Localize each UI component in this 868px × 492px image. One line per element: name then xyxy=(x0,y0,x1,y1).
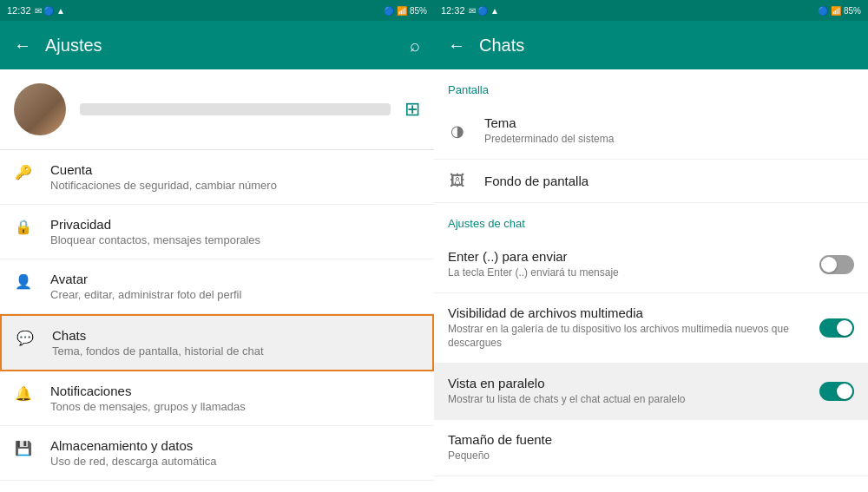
ajustes-chat-section-label: Ajustes de chat xyxy=(434,203,868,237)
left-panel: 12:32 ✉ 🔵 ▲ 🔵 📶 85% ← Ajustes ⌕ ⊞ 🔑 Cuen… xyxy=(0,0,434,492)
visibilidad-multimedia-title: Visibilidad de archivos multimedia xyxy=(448,305,802,320)
bell-icon: 🔔 xyxy=(14,385,33,402)
left-status-icons: ✉ 🔵 ▲ xyxy=(35,6,65,16)
right-status-icons: ✉ 🔵 ▲ xyxy=(469,6,499,16)
tamaño-fuente-subtitle: Pequeño xyxy=(448,449,854,463)
right-status-right: 🔵 📶 85% xyxy=(818,6,861,16)
menu-item[interactable]: 🔒 Privacidad Bloquear contactos, mensaje… xyxy=(0,205,434,259)
tamaño-fuente-item[interactable]: Tamaño de fuente Pequeño xyxy=(434,420,868,476)
menu-item[interactable]: 💾 Almacenamiento y datos Uso de red, des… xyxy=(0,426,434,481)
left-status-bar: 12:32 ✉ 🔵 ▲ 🔵 📶 85% xyxy=(0,0,434,21)
menu-item[interactable]: 👤 Avatar Crear, editar, administrar foto… xyxy=(0,259,434,314)
storage-icon: 💾 xyxy=(14,440,33,456)
left-search-button[interactable]: ⌕ xyxy=(410,36,420,56)
tema-item[interactable]: ◑ Tema Predeterminado del sistema xyxy=(434,103,868,160)
almacenamiento-title: Almacenamiento y datos xyxy=(50,438,420,453)
right-time: 12:32 xyxy=(441,5,465,16)
menu-item[interactable]: 🌐 Idioma de la aplicación Español (idiom… xyxy=(0,481,434,492)
avatar-icon: 👤 xyxy=(14,273,33,290)
vista-paralelo-toggle-knob xyxy=(837,384,852,399)
right-back-button[interactable]: ← xyxy=(448,36,465,56)
avatar xyxy=(14,83,66,135)
fondo-icon: 🖼 xyxy=(448,172,467,190)
menu-item[interactable]: 🔔 Notificaciones Tonos de mensajes, grup… xyxy=(0,371,434,426)
enter-enviar-subtitle: La tecla Enter (..) enviará tu mensaje xyxy=(448,266,802,280)
right-panel: 12:32 ✉ 🔵 ▲ 🔵 📶 85% ← Chats Pantalla ◑ T… xyxy=(434,0,868,492)
visibilidad-multimedia-toggle[interactable] xyxy=(819,318,854,338)
tema-icon: ◑ xyxy=(448,121,467,141)
left-status-right: 🔵 📶 85% xyxy=(384,6,427,16)
lock-icon: 🔒 xyxy=(14,219,33,235)
vista-paralelo-item[interactable]: Vista en paralelo Mostrar tu lista de ch… xyxy=(434,364,868,420)
vista-paralelo-toggle[interactable] xyxy=(819,382,854,401)
privacidad-title: Privacidad xyxy=(50,217,420,232)
notificaciones-subtitle: Tonos de mensajes, grupos y llamadas xyxy=(50,400,420,413)
privacidad-subtitle: Bloquear contactos, mensajes temporales xyxy=(50,233,420,246)
right-status-bar: 12:32 ✉ 🔵 ▲ 🔵 📶 85% xyxy=(434,0,868,21)
right-battery: 🔵 📶 85% xyxy=(818,6,861,16)
chats-archivados-section-label: Chats archivados xyxy=(434,476,868,492)
fondo-title: Fondo de pantalla xyxy=(484,174,854,188)
vista-paralelo-title: Vista en paralelo xyxy=(448,376,802,390)
key-icon: 🔑 xyxy=(14,164,33,180)
left-battery: 🔵 📶 85% xyxy=(384,6,427,16)
profile-name-blurred xyxy=(80,103,391,115)
cuenta-subtitle: Notificaciones de seguridad, cambiar núm… xyxy=(50,179,420,192)
enter-enviar-toggle[interactable] xyxy=(819,255,854,274)
left-back-button[interactable]: ← xyxy=(14,36,31,56)
pantalla-section-label: Pantalla xyxy=(434,69,868,103)
chat-icon: 💬 xyxy=(16,330,35,346)
tema-title: Tema xyxy=(484,115,854,130)
visibilidad-multimedia-item[interactable]: Visibilidad de archivos multimedia Mostr… xyxy=(434,293,868,364)
cuenta-title: Cuenta xyxy=(50,162,420,177)
almacenamiento-subtitle: Uso de red, descarga automática xyxy=(50,455,420,468)
right-status-left: 12:32 ✉ 🔵 ▲ xyxy=(441,5,499,16)
chats-title: Chats xyxy=(52,328,418,343)
right-toolbar-title: Chats xyxy=(479,36,854,56)
fondo-item[interactable]: 🖼 Fondo de pantalla xyxy=(434,160,868,203)
enter-enviar-title: Enter (..) para enviar xyxy=(448,249,802,264)
right-toolbar: ← Chats xyxy=(434,21,868,69)
tema-subtitle: Predeterminado del sistema xyxy=(484,132,854,147)
profile-section[interactable]: ⊞ xyxy=(0,69,434,150)
enter-enviar-item[interactable]: Enter (..) para enviar La tecla Enter (.… xyxy=(434,237,868,293)
menu-item[interactable]: 🔑 Cuenta Notificaciones de seguridad, ca… xyxy=(0,150,434,205)
visibilidad-multimedia-subtitle: Mostrar en la galería de tu dispositivo … xyxy=(448,322,802,351)
right-content: Pantalla ◑ Tema Predeterminado del siste… xyxy=(434,69,868,492)
chats-subtitle: Tema, fondos de pantalla, historial de c… xyxy=(52,344,418,358)
left-status-left: 12:32 ✉ 🔵 ▲ xyxy=(7,5,65,16)
left-content: ⊞ 🔑 Cuenta Notificaciones de seguridad, … xyxy=(0,69,434,492)
qr-code-icon[interactable]: ⊞ xyxy=(404,98,420,121)
enter-enviar-toggle-knob xyxy=(821,257,837,272)
left-toolbar-title: Ajustes xyxy=(45,36,396,56)
tamaño-fuente-title: Tamaño de fuente xyxy=(448,432,854,447)
left-toolbar: ← Ajustes ⌕ xyxy=(0,21,434,69)
notificaciones-title: Notificaciones xyxy=(50,384,420,398)
visibilidad-multimedia-toggle-knob xyxy=(837,320,852,336)
avatar-subtitle: Crear, editar, administrar foto del perf… xyxy=(50,288,420,301)
avatar-title: Avatar xyxy=(50,272,420,286)
menu-item-chats[interactable]: 💬 Chats Tema, fondos de pantalla, histor… xyxy=(0,314,434,371)
vista-paralelo-subtitle: Mostrar tu lista de chats y el chat actu… xyxy=(448,392,802,407)
left-time: 12:32 xyxy=(7,5,31,16)
